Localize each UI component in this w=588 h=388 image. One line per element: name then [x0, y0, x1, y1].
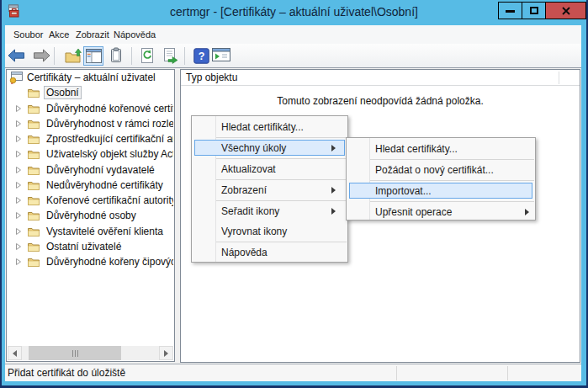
expand-icon[interactable]	[15, 120, 22, 128]
tree-root[interactable]: Certifikáty – aktuální uživatel	[7, 70, 173, 85]
toolbar-separator	[54, 47, 55, 65]
tree-item-label: Nedůvěryhodné certifikáty	[44, 178, 166, 192]
menu-item-vyrovnat-ikony[interactable]: Vyrovnat ikony	[193, 221, 347, 242]
window-controls	[498, 2, 586, 19]
folder-icon	[28, 165, 40, 175]
toolbar-separator	[131, 47, 132, 65]
menu-item-zobrazeni[interactable]: Zobrazení	[193, 180, 347, 200]
empty-list-message: Tomuto zobrazení neodpovídá žádná položk…	[181, 95, 580, 107]
expand-icon[interactable]	[15, 196, 22, 205]
menu-item-hledat-certifikaty[interactable]: Hledat certifikáty...	[193, 117, 347, 137]
tree-item-label: Zprostředkující certifikační autority	[44, 132, 173, 146]
tree-item[interactable]: Vystavitelé ověření klienta	[7, 224, 173, 239]
expand-icon[interactable]	[15, 135, 22, 143]
menu-bar: Soubor Akce Zobrazit Nápověda	[5, 25, 581, 44]
tree-item[interactable]: Důvěryhodnost v rámci rozlehlé sítě	[7, 116, 173, 131]
scroll-left-button[interactable]	[8, 346, 22, 360]
menu-item-label: Hledat certifikáty...	[221, 117, 304, 137]
menu-item-aktualizovat[interactable]: Aktualizovat	[193, 159, 347, 179]
tree-item-osobni[interactable]: Osobní	[7, 85, 173, 100]
scrollbar-thumb[interactable]	[29, 346, 121, 360]
menu-napoveda[interactable]: Nápověda	[114, 25, 156, 44]
menu-item-label: Seřadit ikony	[221, 201, 279, 221]
submenu-item-importovat[interactable]: Importovat...	[347, 181, 534, 201]
minimize-button[interactable]	[499, 3, 522, 19]
submenu-item-hledat-certifikaty[interactable]: Hledat certifikáty...	[347, 139, 534, 159]
expand-icon[interactable]	[15, 181, 22, 189]
thumb-grip	[75, 350, 76, 357]
status-text: Přidat certifikát do úložiště	[8, 364, 125, 381]
maximize-button[interactable]	[522, 3, 545, 19]
tree-item-label: Ostatní uživatelé	[44, 240, 124, 253]
tree-item-label: Osobní	[44, 86, 82, 99]
scroll-right-button[interactable]	[159, 346, 173, 360]
context-menu: Hledat certifikáty... Všechny úkoly Aktu…	[191, 115, 348, 263]
menu-item-label: Importovat...	[375, 185, 432, 197]
folder-icon	[28, 226, 40, 237]
column-header-typ-objektu[interactable]: Typ objektu	[181, 70, 580, 86]
menu-item-seradit-ikony[interactable]: Seřadit ikony	[193, 201, 347, 221]
expand-icon[interactable]	[15, 104, 22, 113]
menu-zobrazit[interactable]: Zobrazit	[76, 25, 109, 44]
menu-item-label: Upřesnit operace	[375, 202, 452, 222]
expand-icon[interactable]	[15, 227, 22, 236]
tree-item[interactable]: Důvěryhodní vydavatelé	[7, 162, 173, 178]
submenu-arrow-icon	[331, 187, 336, 194]
scroll-left-icon	[13, 350, 17, 357]
tree-item[interactable]: Nedůvěryhodné certifikáty	[7, 178, 173, 193]
copy-icon[interactable]	[107, 47, 125, 64]
menu-akce[interactable]: Akce	[49, 25, 69, 44]
folder-icon	[28, 149, 40, 159]
help-icon[interactable]: ?	[193, 47, 209, 64]
console-tree-panel: Certifikáty – aktuální uživatel Osobní D…	[6, 69, 175, 362]
forward-icon[interactable]	[32, 47, 50, 64]
all-tasks-submenu: Hledat certifikáty... Požádat o nový cer…	[346, 137, 536, 221]
folder-icon	[28, 210, 40, 221]
horizontal-scrollbar[interactable]	[8, 346, 173, 360]
tree-item[interactable]: Uživatelský objekt služby Active Directo…	[7, 146, 173, 162]
tree-item[interactable]: Důvěryhodné kořeny čipových karet	[7, 254, 173, 269]
close-button[interactable]	[546, 3, 585, 19]
toolbar-separator	[184, 47, 185, 65]
column-header-label: Typ objektu	[186, 72, 237, 83]
show-console-tree-icon[interactable]	[83, 46, 103, 66]
submenu-arrow-icon	[331, 208, 336, 215]
menu-item-label: Hledat certifikáty...	[375, 139, 458, 159]
thumb-grip	[72, 350, 73, 357]
folder-icon	[28, 180, 40, 190]
expand-icon[interactable]	[15, 150, 22, 158]
menu-item-label: Požádat o nový certifikát...	[375, 160, 494, 180]
column-divider[interactable]	[559, 72, 559, 84]
tree-item-label: Důvěryhodní vydavatelé	[44, 163, 157, 177]
expand-icon[interactable]	[15, 166, 22, 174]
folder-icon	[28, 257, 40, 267]
expand-icon[interactable]	[15, 211, 22, 220]
tree-root-label: Certifikáty – aktuální uživatel	[27, 72, 156, 83]
status-bar: Přidat certifikát do úložiště	[5, 364, 581, 381]
menu-item-vsechny-ukoly[interactable]: Všechny úkoly	[193, 138, 347, 158]
menu-item-label: Nápověda	[221, 242, 268, 263]
back-icon[interactable]	[7, 47, 25, 64]
up-one-level-icon[interactable]	[65, 47, 83, 64]
folder-icon	[28, 134, 40, 144]
show-action-pane-icon[interactable]	[212, 47, 230, 64]
menu-item-napoveda[interactable]: Nápověda	[193, 242, 347, 263]
tree-item[interactable]: Kořenové certifikační autority	[7, 193, 173, 208]
submenu-item-pozadat-o-novy-certifikat[interactable]: Požádat o nový certifikát...	[347, 160, 534, 180]
close-icon	[562, 7, 570, 15]
menu-soubor[interactable]: Soubor	[13, 25, 43, 44]
tree-item[interactable]: Důvěryhodné kořenové certifikační autori…	[7, 101, 173, 116]
expand-icon[interactable]	[15, 242, 22, 251]
refresh-icon[interactable]	[138, 47, 156, 64]
export-list-icon[interactable]	[161, 47, 179, 64]
tree-item[interactable]: Důvěryhodné osoby	[7, 208, 173, 223]
tree-item-label: Důvěryhodné kořenové certifikační autori…	[44, 102, 173, 115]
expand-icon[interactable]	[15, 258, 22, 266]
tree-item[interactable]: Ostatní uživatelé	[7, 239, 173, 254]
folder-icon	[28, 104, 40, 114]
submenu-item-upresnit-operace[interactable]: Upřesnit operace	[347, 202, 534, 222]
status-divider	[507, 366, 508, 380]
toolbar: ?	[5, 44, 581, 68]
status-divider	[396, 366, 397, 380]
tree-item[interactable]: Zprostředkující certifikační autority	[7, 131, 173, 146]
